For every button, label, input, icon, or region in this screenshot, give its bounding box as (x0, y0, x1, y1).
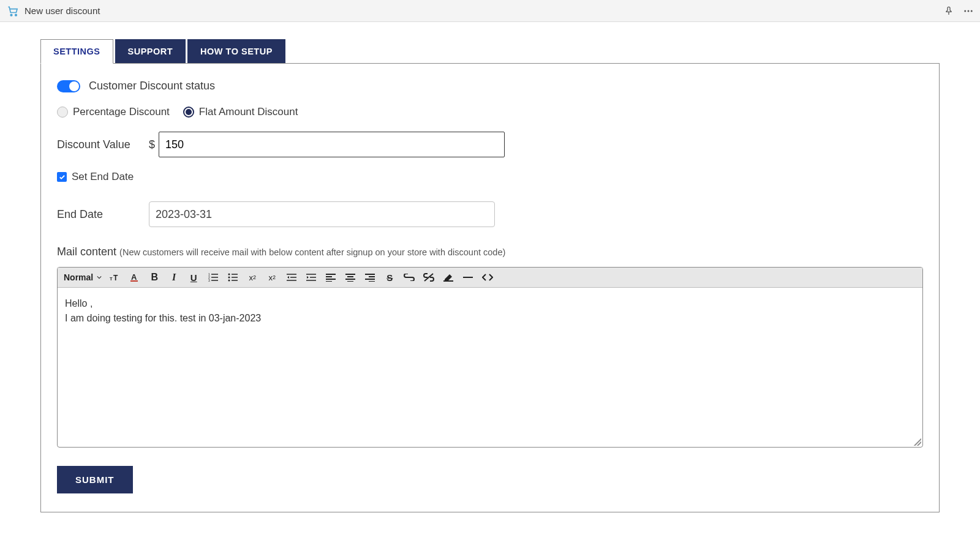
tab-settings[interactable]: Settings (40, 39, 113, 64)
ordered-list-icon[interactable]: 123 (207, 271, 219, 283)
align-left-icon[interactable] (325, 271, 337, 283)
align-center-icon[interactable] (344, 271, 356, 283)
font-size-icon[interactable]: TT (109, 271, 121, 283)
set-end-date-checkbox[interactable] (57, 172, 67, 182)
radio-percentage-discount[interactable]: Percentage Discount (57, 106, 170, 118)
discount-value-label: Discount Value (57, 138, 149, 151)
end-date-label: End Date (57, 208, 149, 221)
status-toggle[interactable] (57, 80, 80, 92)
mail-editor: Normal TT A B I U 123 x2 x2 (57, 267, 923, 448)
svg-point-3 (968, 10, 970, 12)
svg-point-4 (971, 10, 973, 12)
end-date-input[interactable] (149, 201, 495, 227)
set-end-date-label: Set End Date (72, 171, 134, 183)
svg-rect-40 (443, 280, 453, 282)
outdent-icon[interactable] (285, 271, 298, 283)
submit-button[interactable]: Submit (57, 466, 133, 493)
indent-icon[interactable] (305, 271, 317, 283)
editor-line: I am doing testing for this. test in 03-… (65, 311, 915, 326)
strikethrough-icon[interactable]: S (383, 271, 396, 283)
svg-point-0 (10, 14, 12, 15)
editor-line: Hello , (65, 296, 915, 311)
svg-text:T: T (110, 276, 113, 282)
superscript-icon[interactable]: x2 (266, 271, 278, 283)
font-color-icon[interactable]: A (129, 271, 141, 283)
clear-format-icon[interactable] (442, 271, 454, 283)
unordered-list-icon[interactable] (227, 271, 239, 283)
resize-handle-icon[interactable] (914, 438, 921, 446)
more-icon[interactable] (963, 6, 974, 17)
status-label: Customer Discount status (89, 80, 215, 92)
svg-rect-8 (130, 280, 138, 282)
title-bar: New user discount (0, 0, 980, 22)
style-select[interactable]: Normal (64, 272, 102, 282)
svg-text:T: T (113, 274, 118, 282)
svg-point-2 (964, 10, 966, 12)
tab-how-to-setup[interactable]: How to Setup (187, 39, 285, 63)
svg-text:A: A (131, 272, 137, 282)
subscript-icon[interactable]: x2 (246, 271, 258, 283)
tab-support[interactable]: Support (115, 39, 186, 63)
link-icon[interactable] (403, 271, 415, 283)
editor-toolbar: Normal TT A B I U 123 x2 x2 (58, 268, 922, 288)
pin-icon[interactable] (943, 6, 954, 17)
svg-rect-41 (463, 277, 473, 278)
radio-label: Flat Amount Discount (199, 106, 298, 118)
radio-label: Percentage Discount (73, 106, 170, 118)
code-icon[interactable] (481, 271, 494, 283)
editor-textarea[interactable]: Hello , I am doing testing for this. tes… (58, 288, 922, 447)
currency-symbol: $ (149, 138, 155, 151)
tab-bar: Settings Support How to Setup (40, 39, 940, 63)
svg-point-19 (228, 280, 230, 282)
cart-icon (6, 4, 20, 18)
svg-point-15 (228, 274, 230, 276)
mail-content-label: Mail content (New customers will receive… (57, 246, 923, 258)
unlink-icon[interactable] (423, 271, 435, 283)
radio-flat-amount-discount[interactable]: Flat Amount Discount (183, 106, 298, 118)
horizontal-rule-icon[interactable] (462, 271, 474, 283)
page-title: New user discount (24, 6, 100, 16)
discount-value-input[interactable] (159, 132, 505, 157)
italic-icon[interactable]: I (168, 271, 180, 283)
align-right-icon[interactable] (364, 271, 376, 283)
svg-point-17 (228, 277, 230, 279)
discount-type-radios: Percentage Discount Flat Amount Discount (57, 106, 298, 118)
bold-icon[interactable]: B (148, 271, 160, 283)
chevron-down-icon (97, 275, 102, 280)
svg-text:3: 3 (208, 279, 210, 282)
underline-icon[interactable]: U (187, 271, 200, 283)
mail-content-hint: (New customers will receive mail with be… (119, 247, 505, 257)
page-scroll[interactable]: Settings Support How to Setup Customer D… (0, 22, 980, 551)
settings-panel: Customer Discount status Percentage Disc… (40, 63, 940, 512)
svg-point-1 (15, 14, 17, 15)
